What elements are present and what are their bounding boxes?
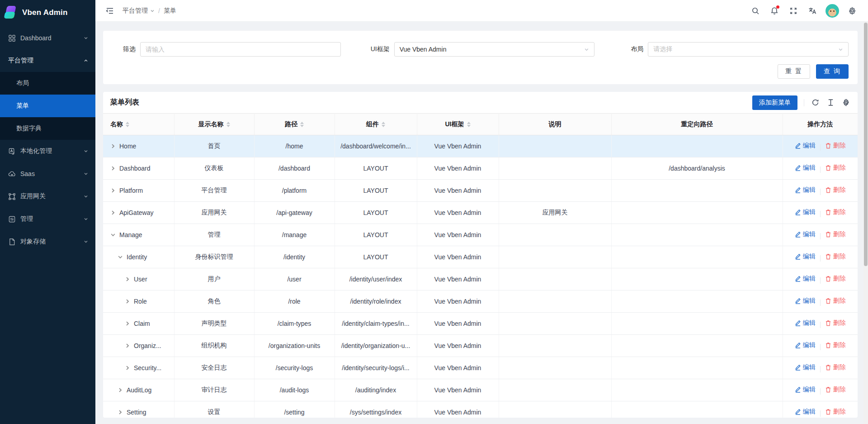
action-divider [820,144,821,151]
edit-button[interactable]: 编辑 [795,164,816,172]
edit-button[interactable]: 编辑 [795,142,816,150]
delete-button[interactable]: 删除 [825,230,846,238]
sidebar-subitem-布局[interactable]: 布局 [0,72,95,95]
tree-expand-icon[interactable] [125,365,130,371]
tree-expand-icon[interactable] [125,276,130,282]
sort-icon[interactable] [382,122,385,127]
cell-component: /identity/organization-u... [335,335,417,357]
cell-name: Setting [103,401,174,418]
tree-expand-icon[interactable] [118,387,123,393]
sidebar-item-应用网关[interactable]: 应用网关 [0,185,95,208]
delete-button[interactable]: 删除 [825,275,846,283]
edit-button[interactable]: 编辑 [795,319,816,327]
edit-button[interactable]: 编辑 [795,297,816,305]
tree-expand-icon[interactable] [118,410,123,415]
column-header-说明: 说明 [499,114,611,135]
delete-button[interactable]: 删除 [825,208,846,216]
delete-button[interactable]: 删除 [825,252,846,261]
row-height-icon[interactable] [826,98,835,107]
cell-path: /identity [254,246,335,268]
breadcrumb-group[interactable]: 平台管理 [123,7,155,15]
sidebar-subitem-数据字典[interactable]: 数据字典 [0,117,95,140]
delete-button[interactable]: 删除 [825,363,846,372]
delete-button[interactable]: 删除 [825,408,846,416]
edit-button[interactable]: 编辑 [795,408,816,416]
tree-expand-icon[interactable] [118,254,123,260]
delete-button[interactable]: 删除 [825,164,846,172]
scrollbar-thumb[interactable] [864,23,868,266]
cell-component: /identity/claim-types/in... [335,313,417,335]
tree-expand-icon[interactable] [125,343,130,348]
edit-button[interactable]: 编辑 [795,230,816,238]
column-header-名称[interactable]: 名称 [103,114,174,135]
sidebar-subitem-菜单[interactable]: 菜单 [0,95,95,117]
table-title: 菜单列表 [110,98,139,107]
sidebar-item-Saas[interactable]: Saas [0,162,95,185]
sort-icon[interactable] [126,122,129,127]
add-menu-button[interactable]: 添加新菜单 [752,95,797,110]
sidebar-item-管理[interactable]: 管理 [0,208,95,230]
tree-expand-icon[interactable] [110,210,116,215]
sidebar-collapse-icon[interactable] [104,5,116,17]
cell-path: /claim-types [254,313,335,335]
delete-button[interactable]: 删除 [825,386,846,394]
layout-select[interactable]: 请选择 [648,42,849,57]
reset-button[interactable]: 重 置 [778,64,810,79]
delete-button[interactable]: 删除 [825,142,846,150]
cell-path: /home [254,135,335,157]
edit-button[interactable]: 编辑 [795,363,816,372]
sidebar-item-对象存储[interactable]: 对象存储 [0,230,95,253]
cell-redirect [611,246,783,268]
tree-expand-icon[interactable] [125,321,130,326]
sidebar-item-本地化管理[interactable]: 本地化管理 [0,140,95,162]
chevron-down-icon [150,9,155,13]
tree-expand-icon[interactable] [110,232,116,238]
breadcrumb-current: 菜单 [164,7,176,15]
filter-text-input[interactable] [146,46,335,53]
table-row: ApiGateway应用网关/api-gatewayLAYOUTVue Vben… [103,202,858,224]
delete-button[interactable]: 删除 [825,341,846,349]
refresh-icon[interactable] [811,98,820,107]
ui-framework-select[interactable]: Vue Vben Admin [394,42,595,57]
tree-expand-icon[interactable] [125,299,130,304]
cell-redirect [611,180,783,202]
tree-expand-icon[interactable] [110,143,116,149]
filter-input[interactable] [140,42,341,57]
fullscreen-icon[interactable] [786,3,801,19]
edit-button[interactable]: 编辑 [795,386,816,394]
cell-component: /identity/user/index [335,268,417,291]
sort-icon[interactable] [467,122,471,127]
notification-badge [776,5,779,9]
column-header-UI框架[interactable]: UI框架 [417,114,499,135]
app-title: Vben Admin [22,8,68,17]
delete-button[interactable]: 删除 [825,186,846,194]
delete-button[interactable]: 删除 [825,297,846,305]
sort-icon[interactable] [226,122,230,127]
edit-button[interactable]: 编辑 [795,341,816,349]
sidebar-item-Dashboard[interactable]: Dashboard [0,27,95,49]
trash-icon [825,165,831,171]
app-logo[interactable]: Vben Admin [0,0,95,25]
vertical-scrollbar[interactable] [863,22,868,424]
column-header-路径[interactable]: 路径 [254,114,335,135]
column-header-显示名称[interactable]: 显示名称 [174,114,254,135]
user-avatar[interactable] [826,4,839,18]
tree-expand-icon[interactable] [110,166,116,171]
edit-button[interactable]: 编辑 [795,275,816,283]
cell-redirect [611,401,783,418]
edit-button[interactable]: 编辑 [795,252,816,261]
cell-actions: 编辑删除 [783,246,858,268]
sort-icon[interactable] [300,122,304,127]
query-button[interactable]: 查 询 [816,64,849,79]
translate-icon[interactable] [805,3,820,19]
notifications-bell-icon[interactable] [767,3,782,19]
edit-button[interactable]: 编辑 [795,186,816,194]
settings-gear-icon[interactable] [844,3,860,19]
search-icon[interactable] [748,3,763,19]
sidebar-item-平台管理[interactable]: 平台管理 [0,49,95,72]
tree-expand-icon[interactable] [110,188,116,193]
column-settings-gear-icon[interactable] [841,98,850,107]
column-header-组件[interactable]: 组件 [335,114,417,135]
delete-button[interactable]: 删除 [825,319,846,327]
edit-button[interactable]: 编辑 [795,208,816,216]
